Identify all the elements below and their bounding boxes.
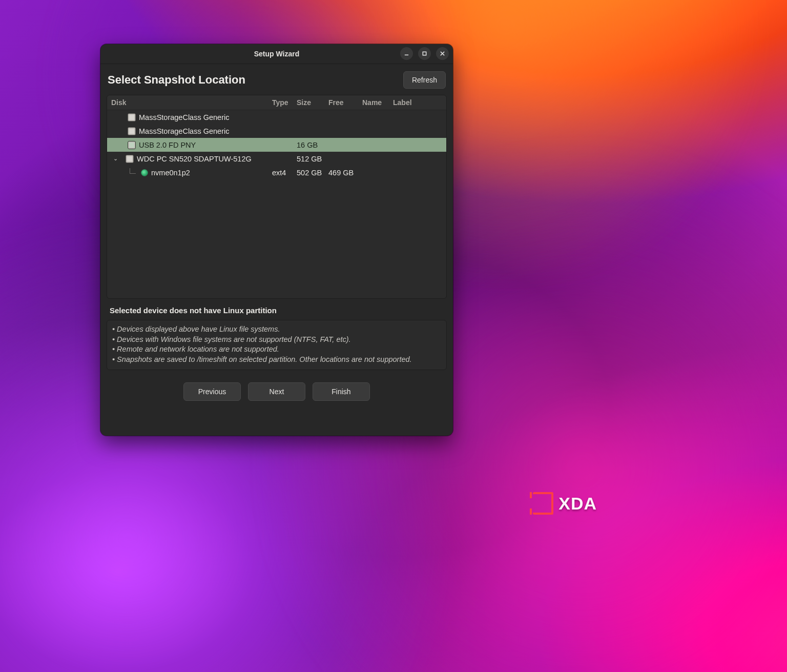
drive-icon [128, 141, 136, 149]
cell-free: 469 GB [328, 169, 362, 177]
minimize-button[interactable] [400, 47, 413, 60]
info-line: • Devices displayed above have Linux fil… [112, 324, 441, 335]
status-message: Selected device does not have Linux part… [107, 304, 447, 315]
drive-icon [126, 155, 134, 163]
xda-watermark: XDA [533, 492, 597, 515]
drive-icon [128, 113, 136, 121]
info-line: • Remote and network locations are not s… [112, 344, 441, 355]
xda-text: XDA [558, 494, 597, 514]
finish-button[interactable]: Finish [313, 382, 370, 401]
col-free[interactable]: Free [328, 98, 362, 107]
window-title: Setup Wizard [254, 50, 300, 58]
device-name: WDC PC SN520 SDAPTUW-512G [137, 155, 252, 163]
disk-row[interactable]: MassStorageClass Generic [107, 110, 446, 124]
page-title: Select Snapshot Location [108, 73, 245, 87]
next-button[interactable]: Next [248, 382, 305, 401]
partition-icon [141, 169, 148, 176]
expand-toggle[interactable]: ⌄ [111, 155, 119, 162]
titlebar[interactable]: Setup Wizard [100, 44, 453, 64]
tree-connector [127, 168, 137, 177]
col-type[interactable]: Type [272, 98, 297, 107]
window-controls [400, 47, 449, 60]
minimize-icon [404, 51, 409, 56]
device-name: USB 2.0 FD PNY [139, 141, 196, 149]
info-panel: • Devices displayed above have Linux fil… [107, 320, 447, 370]
disk-row[interactable]: USB 2.0 FD PNY16 GB [107, 138, 446, 152]
previous-button[interactable]: Previous [183, 382, 241, 401]
device-tree-body[interactable]: MassStorageClass GenericMassStorageClass… [107, 110, 446, 298]
info-line: • Snapshots are saved to /timeshift on s… [112, 355, 441, 365]
drive-icon [128, 127, 136, 135]
partition-row[interactable]: nvme0n1p2ext4502 GB469 GB [107, 166, 446, 179]
close-button[interactable] [436, 47, 449, 60]
col-size[interactable]: Size [297, 98, 328, 107]
wizard-nav: Previous Next Finish [107, 375, 447, 402]
col-name[interactable]: Name [362, 98, 393, 107]
setup-wizard-window: Setup Wizard Select Snapshot Location Re… [100, 44, 453, 436]
info-line: • Devices with Windows file systems are … [112, 335, 441, 345]
device-name: MassStorageClass Generic [139, 127, 230, 135]
cell-type: ext4 [272, 169, 297, 177]
disk-row[interactable]: MassStorageClass Generic [107, 124, 446, 138]
column-headers: Disk Type Size Free Name Label [107, 95, 446, 110]
close-icon [440, 51, 445, 56]
xda-logo-icon [533, 492, 553, 515]
svg-rect-1 [423, 52, 426, 55]
disk-row[interactable]: ⌄WDC PC SN520 SDAPTUW-512G512 GB [107, 152, 446, 166]
device-name: MassStorageClass Generic [139, 113, 230, 121]
col-disk[interactable]: Disk [107, 98, 272, 107]
device-name: nvme0n1p2 [151, 169, 190, 177]
maximize-button[interactable] [418, 47, 431, 60]
device-tree: Disk Type Size Free Name Label MassStora… [107, 95, 447, 299]
cell-size: 502 GB [297, 169, 328, 177]
refresh-button[interactable]: Refresh [403, 71, 446, 89]
maximize-icon [422, 51, 427, 56]
cell-size: 512 GB [297, 155, 328, 163]
col-label[interactable]: Label [393, 98, 424, 107]
cell-size: 16 GB [297, 141, 328, 149]
